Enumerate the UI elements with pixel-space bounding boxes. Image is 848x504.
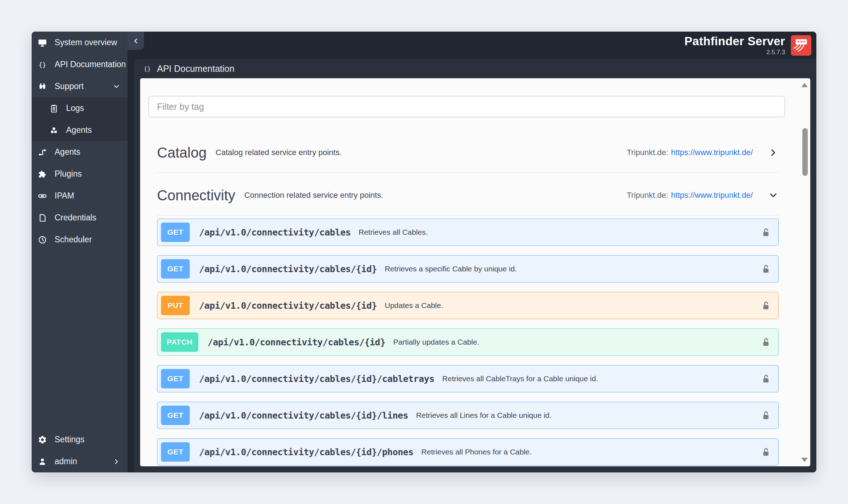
chevron-down-icon	[112, 83, 120, 90]
filter-input[interactable]	[148, 96, 785, 117]
sidebar-item-scheduler[interactable]: Scheduler	[32, 229, 128, 251]
brand-logo	[791, 35, 811, 56]
endpoint-row[interactable]: GET/api/v1.0/connectivity/cables/{id}/li…	[157, 402, 779, 429]
card-icon	[38, 213, 47, 223]
sidebar-item-label: Agents	[55, 147, 80, 157]
pathfinder-logo-icon	[792, 36, 810, 54]
page-title: API Documentation	[157, 64, 234, 74]
section-header[interactable]: ConnectivityConnection related service e…	[157, 180, 779, 210]
endpoint-row[interactable]: GET/api/v1.0/connectivity/cables/{id}/ph…	[157, 438, 779, 466]
endpoint-path: /api/v1.0/connectivity/cables/{id}/lines	[199, 410, 408, 421]
sidebar-item-label: Credentials	[55, 213, 96, 223]
method-badge: GET	[161, 406, 190, 425]
method-badge: GET	[161, 442, 190, 462]
gear-icon	[38, 435, 47, 444]
sidebar-item-label: Settings	[55, 435, 84, 444]
unlock-icon[interactable]	[761, 373, 770, 384]
unlock-icon[interactable]	[761, 410, 770, 421]
braces-icon	[38, 60, 47, 69]
sidebar-item-label: Agents	[66, 125, 92, 135]
method-badge: GET	[161, 223, 190, 242]
scrollbar-down-arrow[interactable]	[801, 458, 808, 462]
sidebar: System overviewAPI DocumentationSupportL…	[32, 32, 128, 472]
route-icon	[38, 148, 47, 157]
endpoint-path: /api/v1.0/connectivity/cables/{id}/cable…	[199, 374, 434, 384]
sidebar-item-label: IPAM	[55, 191, 74, 201]
sidebar-bottom-nav: Settingsadmin	[32, 429, 128, 472]
scrollbar-up-arrow[interactable]	[801, 83, 808, 87]
external-docs-link[interactable]: https://www.tripunkt.de/	[671, 191, 753, 200]
api-sections: CatalogCatalog related service entry poi…	[140, 137, 810, 466]
sidebar-item-label: admin	[55, 457, 77, 466]
external-docs-label: Tripunkt.de:	[627, 191, 668, 200]
section-title: Connectivity	[157, 187, 235, 204]
sidebar-item-support[interactable]: Support	[32, 75, 128, 97]
endpoint-description: Retrieves a specific Cable by unique id.	[385, 265, 517, 273]
unlock-icon[interactable]	[761, 263, 770, 274]
api-panel: CatalogCatalog related service entry poi…	[140, 78, 810, 466]
external-docs-link[interactable]: https://www.tripunkt.de/	[671, 148, 753, 157]
unlock-icon[interactable]	[761, 227, 770, 238]
main-area: Pathfinder Server 2.5.7.3 API Documentat…	[128, 32, 816, 472]
endpoint-description: Retrieves all CableTrays for a Cable uni…	[442, 374, 598, 383]
section-external-docs: Tripunkt.de:https://www.tripunkt.de/	[627, 148, 753, 157]
sidebar-item-label: Scheduler	[55, 235, 92, 244]
sidebar-item-logs[interactable]: Logs	[32, 97, 128, 119]
brand: Pathfinder Server 2.5.7.3	[685, 35, 785, 55]
divider	[157, 172, 779, 173]
section-description: Catalog related service entry points.	[216, 148, 342, 157]
person-icon	[38, 457, 47, 466]
sidebar-item-plugins[interactable]: Plugins	[32, 163, 128, 185]
chevron-right-icon[interactable]	[768, 147, 779, 158]
endpoint-row[interactable]: PATCH/api/v1.0/connectivity/cables/{id}P…	[157, 328, 779, 356]
method-badge: GET	[161, 369, 190, 388]
puzzle-icon	[38, 169, 47, 179]
endpoint-path: /api/v1.0/connectivity/cables	[199, 227, 351, 238]
endpoint-row[interactable]: GET/api/v1.0/connectivity/cablesRetrieve…	[157, 219, 779, 246]
endpoint-row[interactable]: GET/api/v1.0/connectivity/cables/{id}/ca…	[157, 365, 779, 392]
sidebar-item-credentials[interactable]: Credentials	[32, 207, 128, 229]
endpoint-path: /api/v1.0/connectivity/cables/{id}	[199, 300, 377, 311]
chevron-down-icon[interactable]	[768, 190, 779, 201]
sidebar-nav: System overviewAPI DocumentationSupportL…	[32, 32, 128, 251]
filter-bar	[140, 78, 810, 117]
method-badge: PATCH	[161, 332, 198, 352]
app-window: System overviewAPI DocumentationSupportL…	[32, 32, 816, 472]
topbar: Pathfinder Server 2.5.7.3	[128, 32, 816, 59]
monitor-icon	[38, 38, 47, 47]
sidebar-item-admin[interactable]: admin	[32, 451, 128, 472]
endpoint-list: GET/api/v1.0/connectivity/cablesRetrieve…	[157, 219, 779, 466]
sidebar-item-agents[interactable]: Agents	[32, 119, 128, 141]
method-badge: GET	[161, 259, 190, 279]
endpoint-description: Retrieves all Phones for a Cable.	[421, 448, 532, 456]
sidebar-item-label: Plugins	[55, 169, 82, 179]
section-header[interactable]: CatalogCatalog related service entry poi…	[157, 137, 779, 168]
unlock-icon[interactable]	[761, 447, 770, 457]
clipboard-icon	[49, 104, 59, 113]
method-badge: PUT	[161, 296, 190, 315]
sidebar-item-ipam[interactable]: IPAM	[32, 185, 128, 207]
sidebar-item-settings[interactable]: Settings	[32, 429, 128, 451]
sidebar-item-label: Logs	[66, 103, 84, 113]
sidebar-item-system-overview[interactable]: System overview	[32, 32, 128, 53]
endpoint-description: Updates a Cable.	[385, 301, 443, 310]
content-area: API Documentation CatalogCatalog related…	[134, 59, 816, 472]
endpoint-row[interactable]: PUT/api/v1.0/connectivity/cables/{id}Upd…	[157, 292, 779, 319]
sidebar-collapse-button[interactable]	[128, 32, 144, 50]
unlock-icon[interactable]	[761, 300, 770, 311]
brand-title: Pathfinder Server	[685, 35, 785, 47]
endpoint-path: /api/v1.0/connectivity/cables/{id}	[199, 264, 377, 274]
sidebar-item-label: API Documentation	[55, 60, 126, 69]
endpoint-path: /api/v1.0/connectivity/cables/{id}/phone…	[199, 447, 414, 457]
sidebar-item-api-documentation[interactable]: API Documentation	[32, 53, 128, 75]
clock-icon	[38, 235, 47, 244]
endpoint-description: Retrieves all Cables.	[359, 228, 428, 237]
external-docs-label: Tripunkt.de:	[627, 148, 668, 157]
endpoint-description: Retrieves all Lines for a Cable unique i…	[416, 411, 552, 420]
endpoint-row[interactable]: GET/api/v1.0/connectivity/cables/{id}Ret…	[157, 255, 779, 283]
scrollbar-thumb[interactable]	[802, 128, 808, 176]
sidebar-item-label: Support	[55, 81, 84, 91]
sidebar-item-agents[interactable]: Agents	[32, 141, 128, 163]
endpoint-path: /api/v1.0/connectivity/cables/{id}	[208, 337, 386, 347]
unlock-icon[interactable]	[761, 337, 770, 347]
